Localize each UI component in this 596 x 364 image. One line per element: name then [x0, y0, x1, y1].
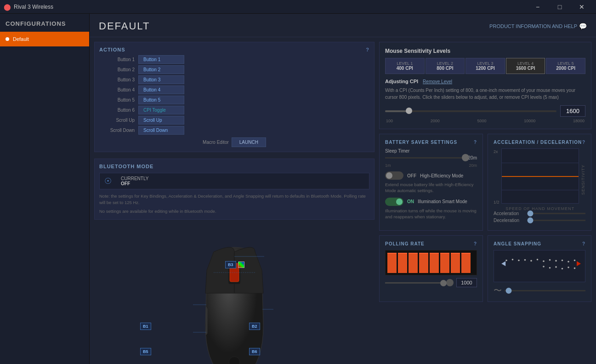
- svg-point-27: [549, 267, 551, 269]
- accel-sensitivity-label: SENSITIVITY: [581, 148, 585, 211]
- accel-graph-wrapper: SPEED OF HAND MOVEMENT: [501, 148, 579, 211]
- mouse-area: B3 B1 B2 B5: [94, 224, 375, 364]
- accel-line: [502, 176, 579, 177]
- high-efficiency-knob: [386, 172, 392, 179]
- maximize-button[interactable]: □: [549, 0, 570, 14]
- polling-slider[interactable]: [385, 282, 443, 284]
- macro-row: Macro Editor LAUNCH: [99, 137, 369, 147]
- svg-point-19: [537, 259, 539, 261]
- minimize-button[interactable]: −: [527, 0, 548, 14]
- illumination-row: ON Illumination Smart Mode: [385, 198, 477, 206]
- cpi-slider-thumb[interactable]: [406, 108, 412, 114]
- close-button[interactable]: ✕: [571, 0, 592, 14]
- app-icon: ⬤: [4, 3, 11, 11]
- action-label-7: Scroll Down: [99, 128, 138, 133]
- macro-editor-label: Macro Editor: [203, 140, 229, 145]
- titlebar-left: ⬤ Rival 3 Wireless: [4, 3, 53, 11]
- cpi-tick-4: 18000: [573, 119, 585, 123]
- content-area: DEFAULT PRODUCT INFORMATION AND HELP 💬 A…: [90, 14, 596, 364]
- poll-icon: [446, 279, 454, 286]
- battery-help-icon: ?: [474, 140, 477, 145]
- cpi-level-2[interactable]: LEVEL 2 800 CPI: [426, 58, 465, 74]
- mouse-label-b2: B2: [249, 323, 260, 329]
- poll-bar-0: [387, 253, 397, 273]
- grid-line-3: [502, 190, 579, 190]
- launch-button[interactable]: LAUNCH: [232, 137, 266, 147]
- illumination-desc: Illumination turns off while the mouse i…: [385, 208, 477, 220]
- actions-help-icon: ?: [366, 47, 369, 52]
- svg-point-24: [568, 261, 569, 262]
- svg-point-14: [505, 260, 507, 262]
- mouse-label-b5: B5: [140, 348, 151, 354]
- poll-bar-4: [430, 253, 439, 273]
- cpi-tick-1: 2000: [431, 119, 440, 123]
- wave-icon: 〜: [494, 285, 502, 296]
- action-btn-6[interactable]: Scroll Up: [138, 116, 184, 125]
- angle-thumb[interactable]: [505, 288, 511, 294]
- action-btn-7[interactable]: Scroll Down: [138, 126, 184, 135]
- polling-graph: [385, 250, 477, 275]
- cpi-level-5[interactable]: LEVEL 5 2000 CPI: [546, 58, 585, 74]
- titlebar: ⬤ Rival 3 Wireless − □ ✕: [0, 0, 596, 14]
- accel-thumb[interactable]: [528, 210, 534, 216]
- action-label-2: Button 3: [99, 77, 138, 82]
- accel-slider[interactable]: [528, 213, 585, 214]
- action-btn-5[interactable]: CPI Toggle: [138, 106, 184, 114]
- action-row-5: Button 6 CPI Toggle: [99, 106, 369, 114]
- main-layout: CONFIGURATIONS Default DEFAULT PRODUCT I…: [0, 14, 596, 364]
- product-info-label: PRODUCT INFORMATION AND HELP: [489, 23, 577, 29]
- cpi-slider-area: 1600: [385, 105, 585, 117]
- poll-bar-1: [398, 253, 407, 273]
- action-row-4: Button 5 Button 5: [99, 96, 369, 104]
- cpi-level-1[interactable]: LEVEL 1 400 CPI: [385, 58, 425, 74]
- cpi-level-3[interactable]: LEVEL 3 1200 CPI: [465, 58, 505, 74]
- illumination-state: ON: [407, 199, 414, 204]
- info-icon: 💬: [579, 23, 587, 30]
- decel-slider-row: Deceleration: [494, 218, 585, 223]
- svg-point-17: [524, 259, 526, 261]
- action-btn-2[interactable]: Button 3: [138, 75, 184, 84]
- poll-thumb[interactable]: [440, 280, 447, 286]
- cpi-level-4[interactable]: LEVEL 4 1600 CPI: [506, 58, 545, 74]
- remove-level-link[interactable]: Remove Level: [423, 79, 452, 84]
- sleep-value: 20m: [468, 155, 477, 160]
- sleep-slider[interactable]: [385, 157, 465, 159]
- angle-slider[interactable]: [505, 290, 585, 291]
- cpi-tick-3: 10000: [524, 119, 535, 123]
- svg-point-15: [512, 259, 514, 261]
- sidebar-item-default[interactable]: Default: [0, 32, 89, 46]
- sleep-thumb[interactable]: [462, 154, 469, 161]
- decel-slider[interactable]: [528, 220, 585, 221]
- action-btn-0[interactable]: Button 1: [138, 55, 184, 64]
- b3-color-indicator: [238, 262, 244, 268]
- accel-help-icon: ?: [582, 140, 585, 145]
- b5-label: B5: [140, 348, 151, 355]
- accel-x-label: SPEED OF HAND MOVEMENT: [501, 206, 579, 211]
- cpi-slider[interactable]: [385, 110, 556, 112]
- cpi-level-2-val: 800 CPI: [428, 66, 463, 71]
- svg-marker-32: [501, 261, 505, 266]
- bt-status-line1: CURRENTLY: [121, 176, 148, 181]
- mid-panels: BATTERY SAVER SETTINGS ? Sleep Timer 20m…: [379, 134, 591, 231]
- bluetooth-toggle: ☉ CURRENTLY OFF: [99, 173, 369, 189]
- titlebar-controls: − □ ✕: [527, 0, 592, 14]
- action-btn-3[interactable]: Button 4: [138, 85, 184, 94]
- b6-label: B6: [249, 348, 260, 355]
- action-row-7: Scroll Down Scroll Down: [99, 126, 369, 135]
- decel-thumb[interactable]: [528, 217, 534, 223]
- action-label-0: Button 1: [99, 57, 138, 62]
- svg-point-29: [562, 268, 563, 270]
- polling-slider-row: 1000: [385, 278, 477, 287]
- high-efficiency-label: High-Efficiency Mode: [420, 173, 463, 178]
- svg-point-26: [543, 266, 545, 267]
- illumination-toggle[interactable]: [385, 198, 403, 206]
- high-efficiency-toggle[interactable]: [385, 171, 403, 180]
- battery-section-title: BATTERY SAVER SETTINGS ?: [385, 140, 477, 145]
- sleep-max: 20m: [469, 163, 477, 168]
- svg-point-16: [518, 260, 520, 262]
- action-btn-1[interactable]: Button 2: [138, 65, 184, 74]
- product-info-link[interactable]: PRODUCT INFORMATION AND HELP 💬: [489, 23, 587, 30]
- action-btn-4[interactable]: Button 5: [138, 96, 184, 104]
- poll-bar-5: [440, 253, 449, 273]
- polling-help-icon: ?: [474, 241, 477, 246]
